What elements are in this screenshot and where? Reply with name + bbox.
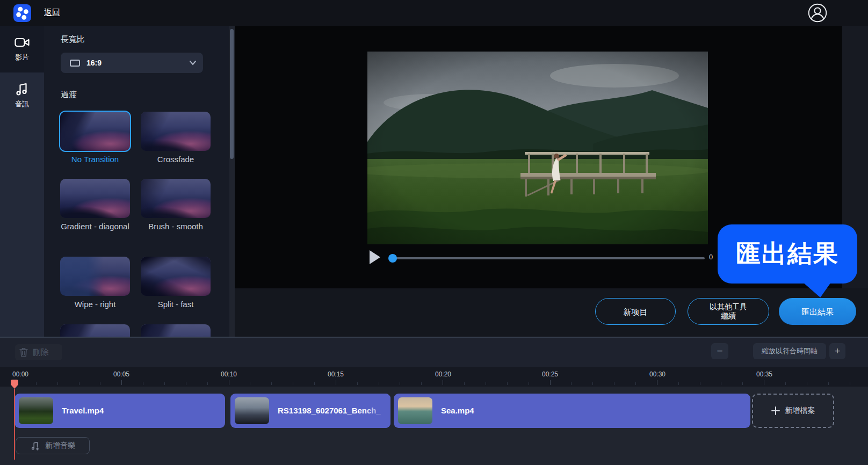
preview-stage: 0 新项目 以其他工具 繼續 匯出結果 匯出結果	[235, 26, 868, 337]
transition-split-fast[interactable]: Split - fast	[141, 257, 211, 309]
zoom-in-button[interactable]: +	[829, 343, 845, 359]
zoom-out-button[interactable]: −	[711, 343, 728, 359]
app-logo-icon[interactable]	[13, 4, 31, 22]
transition-partial[interactable]	[141, 324, 211, 337]
playhead-line	[14, 389, 15, 460]
ruler-tick	[336, 380, 336, 385]
transition-brush-smooth[interactable]: Brush - smooth	[141, 179, 211, 231]
ruler-label: 00:15	[328, 370, 344, 378]
ruler-tick	[164, 382, 165, 385]
export-label: 匯出結果	[801, 307, 834, 316]
ruler-tick	[121, 380, 122, 385]
transition-thumbnail	[60, 112, 130, 151]
timeline-clip-sea[interactable]: Sea.mp4	[394, 394, 750, 428]
transition-label: Crossfade	[141, 155, 211, 164]
transition-label: Wipe - right	[60, 300, 130, 309]
sidebar-item-video[interactable]: 影片	[0, 26, 44, 72]
timeline-ruler[interactable]: 00:00 00:05 00:10 00:15 00:20 00:25 00:3…	[0, 367, 868, 387]
sidebar: 影片 音訊	[0, 26, 44, 337]
ruler-tick	[379, 382, 379, 385]
ruler-tick	[36, 382, 37, 385]
transition-crossfade[interactable]: Crossfade	[141, 112, 211, 164]
seek-handle[interactable]	[388, 254, 397, 263]
ruler-tick	[721, 382, 721, 385]
ruler-tick	[443, 380, 443, 385]
continue-other-tool-button[interactable]: 以其他工具 繼續	[688, 298, 769, 325]
plus-icon	[771, 406, 780, 415]
ruler-tick	[785, 382, 786, 385]
chevron-down-icon	[189, 60, 197, 66]
ruler-tick	[550, 380, 551, 385]
music-note-icon	[14, 81, 30, 97]
video-preview-frame[interactable]	[367, 52, 708, 244]
timeline-lane: Travel.mp4 RS13198_6027061_Bench_ Sea.mp…	[0, 387, 868, 465]
ruler-label: 00:25	[542, 370, 558, 378]
timeline-clip-travel[interactable]: Travel.mp4	[15, 394, 225, 428]
new-project-label: 新项目	[624, 307, 648, 316]
actions-row	[235, 288, 868, 337]
ruler-tick	[742, 382, 743, 385]
zoom-fit-button[interactable]: 縮放以符合時間軸	[753, 343, 826, 359]
aspect-ratio-value: 16:9	[86, 53, 102, 73]
clip-name: RS13198_6027061_Bench_	[278, 394, 381, 428]
aspect-ratio-title: 長寬比	[61, 34, 85, 45]
panel-scrollbar-thumb[interactable]	[230, 29, 234, 159]
ruler-tick	[271, 382, 272, 385]
sidebar-item-label: 影片	[0, 53, 44, 62]
ruler-tick	[207, 382, 208, 385]
ruler-label: 00:00	[12, 370, 28, 378]
video-camera-icon	[14, 34, 30, 50]
ruler-tick	[314, 382, 315, 385]
ruler-label: 00:20	[435, 370, 451, 378]
continue-label-line1: 以其他工具	[710, 302, 747, 311]
seek-bar[interactable]	[390, 257, 705, 259]
new-project-button[interactable]: 新项目	[595, 298, 676, 325]
ruler-tick	[400, 382, 400, 385]
ruler-tick	[57, 382, 58, 385]
trash-icon	[19, 347, 28, 357]
user-avatar-icon[interactable]	[808, 3, 827, 23]
transition-label: Split - fast	[141, 300, 211, 309]
ruler-tick	[464, 382, 465, 385]
add-file-button[interactable]: 新增檔案	[752, 394, 834, 428]
transition-thumbnail	[141, 257, 211, 296]
ruler-tick	[79, 382, 79, 385]
delete-button[interactable]: 刪除	[15, 344, 62, 360]
ruler-tick	[100, 382, 100, 385]
ruler-tick	[186, 382, 186, 385]
transition-wipe-right[interactable]: Wipe - right	[60, 257, 130, 309]
transition-thumbnail	[60, 324, 130, 337]
play-button[interactable]	[370, 250, 380, 264]
ruler-tick	[614, 382, 614, 385]
transition-label: Brush - smooth	[141, 222, 211, 231]
clip-name: Travel.mp4	[62, 394, 104, 428]
ruler-tick	[807, 382, 807, 385]
aspect-ratio-dropdown[interactable]: 16:9	[61, 53, 203, 73]
transition-gradient-diagonal[interactable]: Gradient - diagonal	[60, 179, 130, 231]
timeline-clip-bench[interactable]: RS13198_6027061_Bench_	[230, 394, 390, 428]
ruler-tick	[357, 382, 358, 385]
sidebar-item-audio[interactable]: 音訊	[0, 72, 44, 121]
ruler-tick	[828, 382, 829, 385]
ruler-tick	[700, 382, 700, 385]
transition-label: No Transition	[60, 155, 130, 164]
back-link[interactable]: 返回	[44, 8, 60, 18]
transition-no-transition[interactable]: No Transition	[60, 112, 130, 164]
transition-thumbnail	[141, 112, 211, 151]
add-music-button[interactable]: 新增音樂	[16, 437, 90, 454]
continue-label-line2: 繼續	[721, 311, 736, 321]
ruler-tick	[571, 382, 572, 385]
ruler-tick	[592, 382, 593, 385]
add-file-label: 新增檔案	[785, 406, 815, 416]
transition-thumbnail	[141, 179, 211, 218]
clip-thumbnail	[19, 397, 53, 424]
transition-partial[interactable]	[60, 324, 130, 337]
panel-scrollbar-track[interactable]	[229, 26, 235, 337]
sidebar-item-label: 音訊	[0, 99, 44, 109]
ruler-label: 00:10	[221, 370, 237, 378]
export-button[interactable]: 匯出結果	[779, 298, 856, 325]
add-music-label: 新增音樂	[45, 441, 75, 451]
ruler-tick	[678, 382, 679, 385]
ruler-tick	[293, 382, 293, 385]
ruler-tick	[143, 382, 143, 385]
